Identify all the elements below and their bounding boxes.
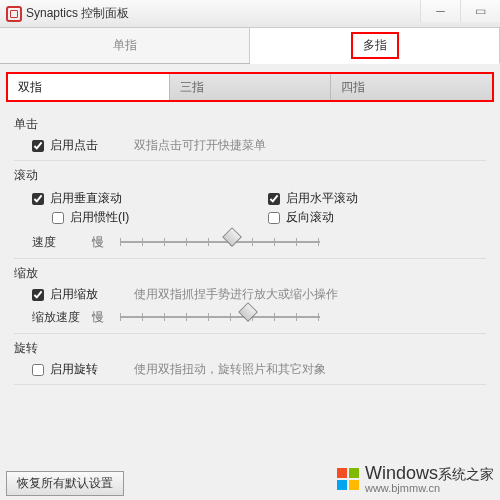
- section-scroll-title: 滚动: [14, 167, 486, 184]
- scroll-speed-slider[interactable]: [120, 232, 320, 252]
- checkbox-horizontal-scroll[interactable]: [268, 193, 280, 205]
- rotate-description: 使用双指扭动，旋转照片和其它对象: [134, 361, 326, 378]
- label-inertia: 启用惯性(I): [70, 209, 129, 226]
- main-tab-single[interactable]: 单指: [0, 28, 250, 63]
- window-buttons: ─ ▭: [420, 0, 500, 22]
- restore-defaults-button[interactable]: 恢复所有默认设置: [6, 471, 124, 496]
- checkbox-vertical-scroll[interactable]: [32, 193, 44, 205]
- sub-tab-four[interactable]: 四指: [331, 74, 492, 100]
- label-enable-rotate: 启用旋转: [50, 361, 98, 378]
- main-tabs: 单指 多指: [0, 28, 500, 64]
- label-enable-zoom: 启用缩放: [50, 286, 98, 303]
- watermark-brand: Windows: [365, 463, 438, 483]
- scroll-slow-label: 慢: [92, 234, 104, 251]
- checkbox-reverse-scroll[interactable]: [268, 212, 280, 224]
- footer: 恢复所有默认设置: [6, 471, 124, 496]
- watermark: Windows系统之家 www.bjmmw.cn: [337, 463, 494, 494]
- checkbox-enable-click[interactable]: [32, 140, 44, 152]
- titlebar: Synaptics 控制面板 ─ ▭: [0, 0, 500, 28]
- checkbox-enable-rotate[interactable]: [32, 364, 44, 376]
- sub-tab-three[interactable]: 三指: [170, 74, 332, 100]
- zoom-slow-label: 慢: [92, 309, 104, 326]
- section-click-title: 单击: [14, 116, 486, 133]
- checkbox-enable-zoom[interactable]: [32, 289, 44, 301]
- label-enable-click: 启用点击: [50, 137, 98, 154]
- content-panel: 单击 启用点击 双指点击可打开快捷菜单 滚动 启用垂直滚动 启用惯性(I) 启用…: [0, 102, 500, 385]
- checkbox-inertia[interactable]: [52, 212, 64, 224]
- sub-tabs: 双指 三指 四指: [6, 72, 494, 102]
- zoom-speed-slider[interactable]: [120, 307, 320, 327]
- zoom-description: 使用双指抓捏手势进行放大或缩小操作: [134, 286, 338, 303]
- minimize-button[interactable]: ─: [420, 0, 460, 22]
- app-title: Synaptics 控制面板: [26, 5, 129, 22]
- app-icon: [6, 6, 22, 22]
- sub-tab-two[interactable]: 双指: [8, 74, 170, 100]
- maximize-button[interactable]: ▭: [460, 0, 500, 22]
- section-zoom-title: 缩放: [14, 265, 486, 282]
- click-description: 双指点击可打开快捷菜单: [134, 137, 266, 154]
- watermark-sub: 系统之家: [438, 466, 494, 482]
- label-reverse-scroll: 反向滚动: [286, 209, 334, 226]
- main-tab-multi[interactable]: 多指: [250, 28, 500, 64]
- section-rotate-title: 旋转: [14, 340, 486, 357]
- zoom-speed-label: 缩放速度: [32, 309, 82, 326]
- label-vertical-scroll: 启用垂直滚动: [50, 190, 122, 207]
- label-horizontal-scroll: 启用水平滚动: [286, 190, 358, 207]
- windows-logo-icon: [337, 468, 359, 490]
- scroll-speed-label: 速度: [32, 234, 82, 251]
